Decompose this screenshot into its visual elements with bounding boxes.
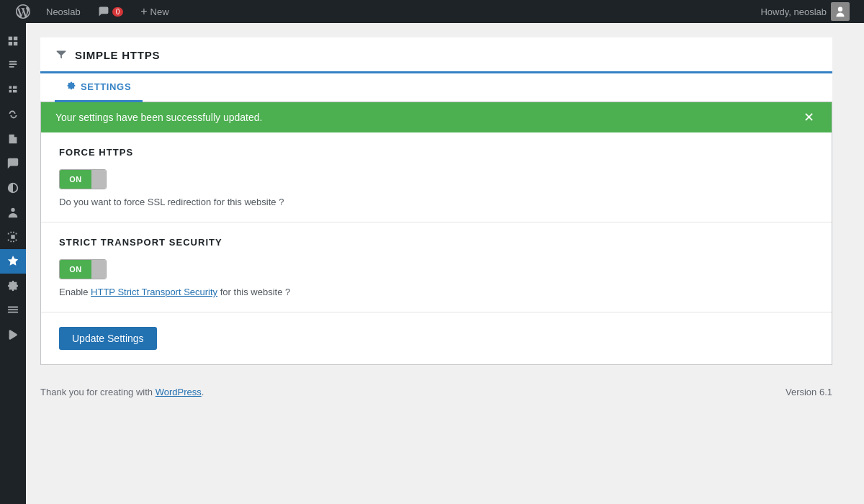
settings-content-area: Your settings have been successfully upd… — [40, 102, 832, 365]
hint-after: for this website ? — [217, 287, 290, 297]
strict-transport-title: STRICT TRANSPORT SECURITY — [59, 237, 814, 248]
sidebar-item-media-library[interactable] — [0, 298, 26, 323]
footer-text: Thank you for creating with WordPress. — [40, 387, 204, 397]
user-menu[interactable]: Howdy, neoslab — [755, 2, 855, 21]
howdy-label: Howdy, neoslab — [760, 6, 827, 17]
strict-transport-section: STRICT TRANSPORT SECURITY ON Enable HTTP… — [41, 222, 832, 312]
update-settings-wrap: Update Settings — [41, 312, 832, 364]
update-settings-button[interactable]: Update Settings — [59, 327, 157, 350]
filter-icon — [55, 48, 68, 63]
footer-after: . — [202, 387, 204, 397]
strict-toggle-handle — [91, 260, 106, 279]
force-https-toggle[interactable]: ON — [59, 169, 107, 189]
hint-before: Enable — [59, 287, 91, 297]
strict-transport-toggle-wrap: ON — [59, 259, 814, 279]
footer-before: Thank you for creating with — [40, 387, 156, 397]
tab-settings[interactable]: SETTINGS — [55, 73, 143, 102]
sidebar-item-comments[interactable] — [0, 151, 26, 176]
hsts-link[interactable]: HTTP Strict Transport Security — [91, 287, 217, 297]
sidebar-item-settings[interactable] — [0, 274, 26, 298]
comment-count-badge: 0 — [112, 7, 124, 17]
success-notice: Your settings have been successfully upd… — [41, 102, 832, 132]
main-layout: SIMPLE HTTPS SETTINGS Your settings have… — [0, 23, 864, 504]
sidebar-item-active-plugin[interactable] — [0, 249, 26, 274]
site-name-menu[interactable]: Neoslab — [37, 0, 89, 23]
page-title: SIMPLE HTTPS — [75, 49, 160, 61]
strict-toggle-on-label: ON — [60, 260, 91, 279]
site-name-label: Neoslab — [46, 6, 81, 17]
toggle-on-label: ON — [60, 170, 91, 189]
force-https-hint: Do you want to force SSL redirection for… — [59, 197, 814, 207]
notice-text: Your settings have been successfully upd… — [55, 112, 262, 123]
sidebar-item-dashboard[interactable] — [0, 29, 26, 53]
dismiss-notice-button[interactable]: ✕ — [801, 111, 817, 124]
admin-sidebar — [0, 23, 26, 504]
comment-icon — [98, 6, 109, 17]
sidebar-item-media[interactable] — [0, 78, 26, 102]
version-info: Version 6.1 — [786, 387, 832, 397]
tab-settings-label: SETTINGS — [81, 81, 131, 92]
tabs-bar: SETTINGS — [40, 73, 832, 102]
gear-tab-icon — [66, 81, 76, 93]
new-label: New — [150, 6, 169, 17]
plugin-page: SIMPLE HTTPS SETTINGS Your settings have… — [40, 37, 832, 405]
sidebar-item-video[interactable] — [0, 323, 26, 347]
sidebar-item-posts[interactable] — [0, 53, 26, 78]
sidebar-item-tools[interactable] — [0, 225, 26, 249]
sidebar-item-links[interactable] — [0, 102, 26, 127]
plus-icon: + — [140, 5, 147, 18]
admin-bar: Neoslab 0 + New Howdy, neoslab — [0, 0, 864, 23]
strict-transport-hint: Enable HTTP Strict Transport Security fo… — [59, 287, 814, 297]
main-content-area: SIMPLE HTTPS SETTINGS Your settings have… — [26, 23, 864, 504]
strict-transport-toggle[interactable]: ON — [59, 259, 107, 279]
wordpress-link[interactable]: WordPress — [156, 387, 202, 397]
new-content-menu[interactable]: + New — [132, 0, 177, 23]
force-https-toggle-wrap: ON — [59, 169, 814, 189]
force-https-section: FORCE HTTPS ON Do you want to force SSL … — [41, 132, 832, 222]
sidebar-item-appearance[interactable] — [0, 176, 26, 200]
user-avatar — [831, 2, 850, 21]
toggle-handle — [91, 170, 106, 189]
wp-footer: Thank you for creating with WordPress. V… — [40, 379, 832, 405]
force-https-title: FORCE HTTPS — [59, 147, 814, 158]
wp-logo[interactable] — [9, 4, 37, 19]
plugin-header: SIMPLE HTTPS — [40, 37, 832, 73]
sidebar-item-pages[interactable] — [0, 127, 26, 151]
comments-menu[interactable]: 0 — [89, 0, 132, 23]
sidebar-item-users[interactable] — [0, 200, 26, 225]
